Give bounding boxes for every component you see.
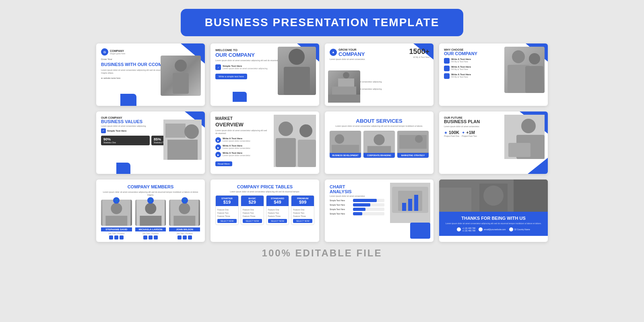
plan-standard: STANDARD $49 Feature One Feature Two Fea… [266,195,289,225]
social-tw-3[interactable] [183,235,187,239]
service-photo-3 [397,131,429,153]
header-title: BUSINESS PRESENTATION TEMPLATE [205,16,440,29]
company-name: COMPANY [110,50,125,52]
plan-btn-1[interactable]: SELECT NOW [217,219,237,223]
feature-1: ▶ Write A Text Here Lorem ipsum dolor co… [215,137,268,143]
photo-box [278,47,316,95]
member-photo-2: 👤 [135,200,166,226]
member-icon-1: 👤 [113,197,120,204]
social-row-1 [101,235,132,239]
plan-header-1: STARTER $19 [216,196,238,206]
photo-box [328,70,360,103]
chart-row-3: Simple Text Here [330,208,384,211]
slide-services: ABOUT SERVICES Lorem ipsum dolor sit ame… [325,111,433,174]
chart-label-4: Simple Text Here [330,213,352,215]
pre-title: GROW YOUR [339,48,365,51]
svg-point-41 [179,203,190,214]
plan-price-3: $49 [268,200,287,204]
cta-button[interactable]: Read More [215,161,232,166]
photo-box [390,183,430,223]
blue-accent-bl [120,94,136,106]
plan-btn-3[interactable]: SELECT NOW [268,219,287,223]
feat-desc: Lorem ipsum dolor consectetur. [223,154,251,157]
check-box: ✓ [101,128,106,133]
service-photo-2 [363,131,395,153]
feat-desc-1: Fill My & Text Here [451,60,471,63]
chart-row-2: Simple Text Here [330,203,384,206]
plan-btn-2[interactable]: SELECT NOW [243,219,262,223]
social-li-2[interactable] [154,235,158,239]
icon-circle: ▲ [330,49,337,56]
stat-box-1: 90% Statistics One [101,136,150,145]
social-tw-2[interactable] [149,235,153,239]
plan-basic: BASIC $29 Feature One Feature Two Featur… [241,195,264,225]
feat-desc-2: Fill My & Text Here [451,68,471,71]
stairs-silhouette [328,70,360,103]
slide-title: COMPANY MEMBERS [101,184,200,189]
pre-title: OUR COMPANY [101,116,200,119]
social-li-3[interactable] [188,235,192,239]
slide-grow: ▲ GROW YOUR COMPANY Lorem ipsum dolor si… [325,43,433,106]
member-card-1: 👤 STEPHANIE DAVID Job Title / Position [101,200,132,239]
logo-circle: G [101,48,108,56]
plan-feature: Feature Three [293,215,312,217]
blue-accent-bl [116,163,130,174]
cta-button[interactable]: Write a simple text here [215,74,247,79]
description: Lorem ipsum dolor sit amet consectetur a… [101,191,200,196]
feat-icon-2 [444,66,450,71]
chart-bar-4 [353,212,362,215]
plans-row: STARTER $19 Feature One Feature Two Feat… [215,195,314,225]
chart-bar-bg-1 [353,199,384,202]
feature-3: ▶ Write A Text Here Lorem ipsum dolor co… [215,152,268,157]
svg-point-8 [512,50,525,63]
stat-label-1: Statistics One [103,141,147,144]
photo-inner [161,56,201,96]
stat-label: till My & Text Here [409,56,429,58]
svg-rect-36 [105,216,127,226]
contact-phone: +1 (0) 400 788 +1 (0) 480 788 [457,227,475,232]
member-card-2: 👤 MICHAELA LARSON Job Title / Position [135,200,166,239]
stat-num-1: 100K [449,130,459,135]
member-role-1: Job Title / Position [101,232,132,235]
plan-price-4: $99 [293,200,312,204]
photo-box [504,47,545,93]
logo-area: G COMPANY slogan goes here [101,48,200,56]
slide-values: OUR COMPANY BUSINESS VALUES Lorem ipsum … [96,111,205,174]
social-tw[interactable] [114,235,118,239]
description: Lorem ipsum dolor sit amet consectetur a… [215,129,268,135]
photo-box [504,115,545,159]
feat-icon-3 [444,73,450,79]
service-img-3 [397,131,429,153]
top-photo [439,180,548,212]
svg-point-53 [483,186,504,206]
plan-header-4: PREMIUM $99 [291,196,314,206]
social-fb-3[interactable] [178,235,182,239]
social-li[interactable] [120,235,124,239]
member-name-2: MICHAELA LARSON [135,227,166,231]
stat-num-2: +1M [466,130,475,135]
plan-btn-4[interactable]: SELECT NOW [293,219,312,223]
svg-point-2 [289,49,305,65]
social-fb-2[interactable] [143,235,147,239]
services-row: BUSINESS DEVELOPMENT CORPORATE BRANDING [330,131,429,158]
member-icon-2: 👤 [147,197,154,204]
svg-point-10 [529,53,540,64]
social-fb[interactable] [109,235,113,239]
svg-rect-26 [367,146,391,153]
bottom-section: THANKS FOR BEING WITH US Lorem ipsum dol… [439,212,548,236]
plan-feature: Feature Three [268,215,287,217]
email-text: email@yourwebsite.com [484,228,506,231]
pre-title: MARKET [215,116,268,121]
slide-why-choose: WHY CHOOSE OUR COMPANY Write A Text Here… [439,43,548,106]
svg-point-19 [299,124,312,137]
member-card-3: 👤 JOHN WILSON Job Title / Position [169,200,200,239]
svg-rect-13 [165,124,186,138]
service-label-2: CORPORATE BRANDING [363,153,395,158]
chart-bar-bg-2 [353,203,384,206]
office-silhouette [163,120,202,160]
address-text: 32 Country Name [514,228,530,231]
feat-desc: Lorem ipsum dolor sit amet consectetur a… [223,67,268,70]
stat-item-1: ★ 100K Project Feet One [444,130,459,137]
email-icon [479,227,483,231]
feat-icon-3: ▶ [215,152,221,157]
